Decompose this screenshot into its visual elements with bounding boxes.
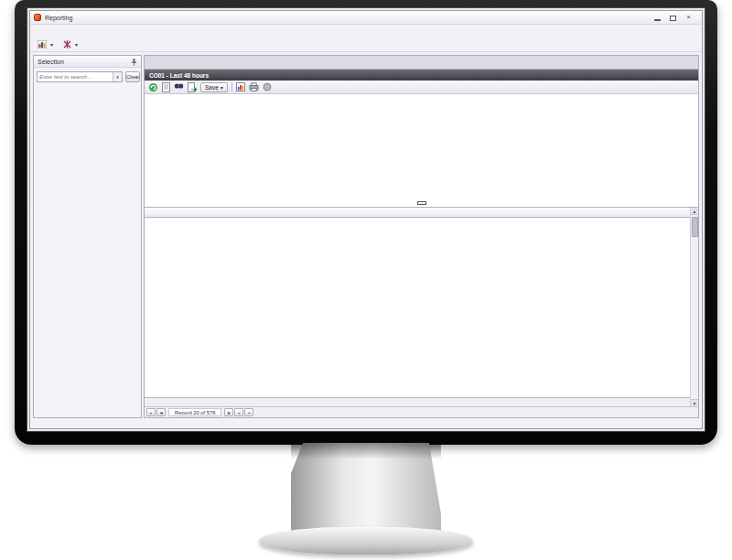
- counter-overview-tool-button[interactable]: ▾: [34, 38, 57, 50]
- save-button[interactable]: Save ▾: [200, 82, 228, 92]
- selection-panel-header: Selection: [34, 56, 141, 68]
- search-combo: ▾: [37, 71, 123, 82]
- app-icon: [34, 14, 41, 21]
- chevron-down-icon: ▾: [221, 84, 223, 91]
- pin-icon[interactable]: [131, 58, 137, 66]
- document-icon[interactable]: [162, 82, 170, 92]
- app-window: Reporting × ▾ ▾ Selection: [29, 10, 703, 429]
- search-row: ▾ Clear: [34, 68, 141, 86]
- chevron-down-icon[interactable]: ▾: [113, 72, 122, 81]
- refresh-icon[interactable]: [148, 82, 158, 92]
- monitor-stand-base: [259, 527, 473, 555]
- last-record-button[interactable]: »: [234, 408, 243, 416]
- grid-body: [145, 218, 698, 397]
- selection-panel-title: Selection: [38, 59, 64, 65]
- find-icon[interactable]: [174, 82, 184, 92]
- chevron-down-icon: ▾: [75, 41, 78, 48]
- chart-tool-icon[interactable]: [236, 82, 245, 92]
- consumer-report-tool-button[interactable]: ▾: [59, 38, 81, 50]
- vertical-scrollbar[interactable]: ▲ ▼: [690, 208, 698, 406]
- new-record-button[interactable]: +: [244, 408, 253, 416]
- report-panel: CO01 - Last 48 hours Save ▾: [144, 55, 699, 418]
- clear-button[interactable]: Clear: [125, 71, 140, 82]
- report-caption: CO01 - Last 48 hours: [145, 70, 698, 81]
- chart-area: [145, 94, 698, 200]
- grid-header-row: [145, 208, 698, 218]
- scroll-thumb[interactable]: [692, 217, 698, 237]
- scroll-down-icon[interactable]: ▼: [691, 399, 699, 406]
- monitor-screen: Reporting × ▾ ▾ Selection: [27, 7, 705, 432]
- report-toolbar: Save ▾: [145, 81, 698, 94]
- report-icon: [63, 40, 71, 48]
- first-record-button[interactable]: «: [146, 408, 156, 416]
- prev-record-button[interactable]: ◄: [156, 408, 166, 416]
- print-icon[interactable]: [249, 82, 259, 92]
- settings-icon[interactable]: [263, 82, 272, 92]
- selection-tree: [34, 86, 141, 88]
- export-icon[interactable]: [188, 82, 197, 92]
- window-titlebar: Reporting ×: [30, 11, 702, 25]
- tab-bar: [145, 56, 698, 70]
- search-input[interactable]: [38, 72, 113, 81]
- legend-row: [145, 200, 698, 207]
- maximize-icon[interactable]: [669, 14, 677, 21]
- chevron-down-icon: ▾: [50, 41, 53, 48]
- monitor-stand-shadow: [291, 443, 441, 459]
- minimize-icon[interactable]: [653, 14, 662, 21]
- pager-bar: « ◄ Record 20 of 576 ► » +: [145, 406, 698, 417]
- data-grid: ▲ ▼: [145, 207, 698, 406]
- counter-overview-chart[interactable]: [146, 95, 696, 199]
- close-icon[interactable]: ×: [684, 14, 693, 21]
- scroll-up-icon[interactable]: ▲: [691, 208, 699, 215]
- selection-panel: Selection ▾ Clear: [33, 55, 142, 418]
- chart-icon: [38, 40, 47, 48]
- toolbar-separator: [231, 82, 232, 92]
- grid-summary-row: [145, 397, 698, 406]
- next-record-button[interactable]: ►: [224, 408, 233, 416]
- save-label: Save: [205, 84, 219, 91]
- app-toolbar: ▾ ▾: [30, 37, 702, 52]
- window-title: Reporting: [45, 15, 72, 21]
- record-counter: Record 20 of 576: [168, 408, 221, 416]
- menu-bar: [30, 25, 702, 37]
- chart-legend: [417, 201, 426, 205]
